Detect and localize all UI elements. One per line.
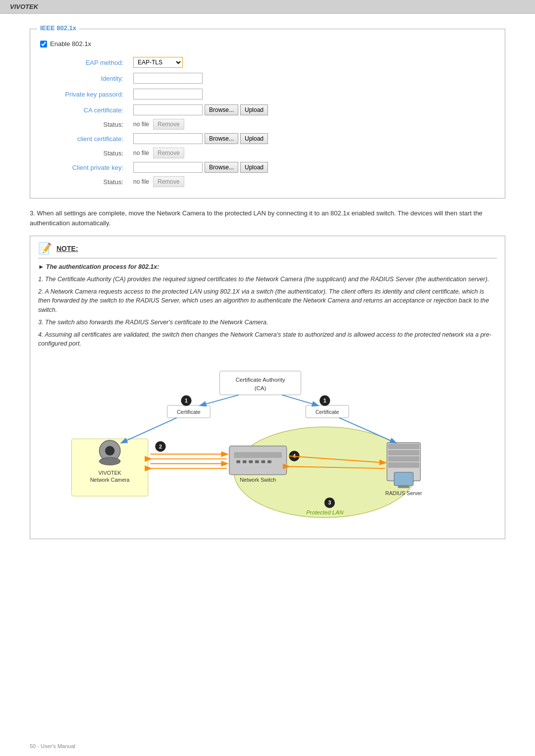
client-pk-status-value: no file bbox=[133, 178, 149, 185]
client-pk-remove-button[interactable]: Remove bbox=[153, 176, 184, 187]
ca-status-value: no file bbox=[133, 121, 149, 128]
client-pk-row: Client private key: Browse... Upload bbox=[50, 159, 505, 175]
client-status-row: Status: no file Remove bbox=[50, 147, 505, 159]
svg-text:2: 2 bbox=[159, 444, 162, 450]
svg-rect-18 bbox=[388, 444, 419, 449]
form-table: EAP method: EAP-TLS Identity: bbox=[50, 54, 505, 188]
svg-text:3: 3 bbox=[328, 500, 331, 505]
ca-upload-button[interactable]: Upload bbox=[240, 104, 268, 115]
private-key-cell bbox=[129, 86, 505, 102]
ieee-box: IEEE 802.1x Enable 802.1x EAP method: EA… bbox=[30, 29, 505, 199]
diagram-container: Protected LAN VIVOTEK Network Camera bbox=[38, 354, 497, 533]
client-pk-status-row: Status: no file Remove bbox=[50, 175, 505, 188]
client-upload-button[interactable]: Upload bbox=[240, 133, 268, 144]
ieee-title: IEEE 802.1x bbox=[37, 24, 79, 32]
auth-process-label: ► The authentication process for 802.1x: bbox=[38, 262, 497, 272]
svg-point-4 bbox=[99, 457, 120, 465]
identity-input[interactable] bbox=[133, 73, 203, 84]
identity-cell bbox=[129, 70, 505, 86]
enable-row: Enable 802.1x bbox=[40, 40, 495, 48]
svg-text:Network Camera: Network Camera bbox=[90, 477, 130, 483]
ca-cert-input[interactable] bbox=[133, 104, 203, 115]
client-pk-label: Client private key: bbox=[50, 159, 129, 175]
svg-rect-13 bbox=[255, 460, 259, 463]
client-remove-button[interactable]: Remove bbox=[153, 148, 184, 158]
note-header: 📝 NOTE: bbox=[38, 242, 497, 258]
page-footer: 50 - User's Manual bbox=[30, 743, 75, 749]
enable-label: Enable 802.1x bbox=[50, 40, 91, 48]
svg-text:Network Switch: Network Switch bbox=[240, 477, 276, 483]
svg-rect-21 bbox=[388, 463, 419, 468]
client-pk-group: Browse... Upload bbox=[133, 162, 501, 173]
client-pk-status-label: Status: bbox=[50, 175, 129, 188]
note-item-3: 3. The switch also forwards the RADIUS S… bbox=[38, 318, 497, 327]
identity-label: Identity: bbox=[50, 70, 129, 86]
svg-text:RADIUS Server: RADIUS Server bbox=[385, 490, 423, 496]
ca-cert-row: CA certificate: Browse... Upload bbox=[50, 102, 505, 118]
private-key-label: Private key passord: bbox=[50, 86, 129, 102]
note-item-4: 4. Assuming all certificates are validat… bbox=[38, 330, 497, 349]
svg-rect-11 bbox=[243, 460, 247, 463]
eap-row: EAP method: EAP-TLS bbox=[50, 54, 505, 70]
ca-status-row: Status: no file Remove bbox=[50, 118, 505, 131]
svg-rect-15 bbox=[268, 460, 271, 463]
svg-line-42 bbox=[201, 395, 239, 405]
svg-text:VIVOTEK: VIVOTEK bbox=[99, 470, 121, 476]
ca-cert-label: CA certificate: bbox=[50, 102, 129, 118]
ca-remove-button[interactable]: Remove bbox=[153, 119, 184, 130]
eap-select[interactable]: EAP-TLS bbox=[133, 57, 183, 68]
svg-rect-12 bbox=[249, 460, 253, 463]
svg-line-43 bbox=[282, 395, 318, 405]
step3-text: 3. When all settings are complete, move … bbox=[30, 208, 505, 228]
svg-text:Protected LAN: Protected LAN bbox=[306, 509, 344, 515]
svg-rect-25 bbox=[220, 371, 301, 395]
client-status-value: no file bbox=[133, 150, 149, 156]
private-key-row: Private key passord: bbox=[50, 86, 505, 102]
ca-status-cell: no file Remove bbox=[129, 118, 505, 131]
eap-label: EAP method: bbox=[50, 54, 129, 70]
eap-cell: EAP-TLS bbox=[129, 54, 505, 70]
client-cert-cell: Browse... Upload bbox=[129, 131, 505, 147]
svg-text:1: 1 bbox=[185, 398, 188, 403]
svg-text:1: 1 bbox=[323, 398, 326, 403]
client-status-cell: no file Remove bbox=[129, 147, 505, 159]
svg-text:(CA): (CA) bbox=[255, 385, 267, 391]
svg-text:Certificate Authority: Certificate Authority bbox=[235, 377, 285, 383]
client-cert-row: client certificate: Browse... Upload bbox=[50, 131, 505, 147]
ca-status-label: Status: bbox=[50, 118, 129, 131]
note-item-1: 1. The Certificate Authority (CA) provid… bbox=[38, 275, 497, 284]
note-icon: 📝 bbox=[38, 242, 52, 255]
diagram-svg: Protected LAN VIVOTEK Network Camera bbox=[38, 354, 497, 533]
brand-label: VIVOTEK bbox=[10, 3, 38, 10]
svg-rect-22 bbox=[394, 472, 414, 486]
note-title: NOTE: bbox=[56, 245, 78, 252]
note-item-2: 2. A Network Camera requests access to t… bbox=[38, 287, 497, 315]
svg-rect-14 bbox=[261, 460, 265, 463]
svg-text:Certificate: Certificate bbox=[316, 409, 339, 415]
ca-browse-button[interactable]: Browse... bbox=[205, 104, 238, 115]
svg-rect-19 bbox=[388, 451, 419, 455]
svg-rect-20 bbox=[388, 456, 419, 461]
footer-text: 50 - User's Manual bbox=[30, 743, 75, 749]
private-key-input[interactable] bbox=[133, 89, 203, 100]
client-cert-input[interactable] bbox=[133, 133, 203, 144]
ca-cert-cell: Browse... Upload bbox=[129, 102, 505, 118]
client-pk-cell: Browse... Upload bbox=[129, 159, 505, 175]
top-bar: VIVOTEK bbox=[0, 0, 535, 14]
note-box: 📝 NOTE: ► The authentication process for… bbox=[30, 236, 505, 539]
client-pk-browse-button[interactable]: Browse... bbox=[205, 162, 238, 173]
client-browse-button[interactable]: Browse... bbox=[205, 133, 238, 144]
svg-rect-9 bbox=[234, 452, 281, 458]
ca-cert-group: Browse... Upload bbox=[133, 104, 501, 115]
client-pk-upload-button[interactable]: Upload bbox=[240, 162, 268, 173]
client-cert-group: Browse... Upload bbox=[133, 133, 501, 144]
client-status-label: Status: bbox=[50, 147, 129, 159]
svg-point-5 bbox=[105, 446, 114, 455]
svg-line-44 bbox=[122, 418, 177, 443]
svg-rect-10 bbox=[236, 460, 240, 463]
note-content: ► The authentication process for 802.1x:… bbox=[38, 262, 497, 533]
client-pk-input[interactable] bbox=[133, 162, 203, 173]
enable-checkbox[interactable] bbox=[40, 41, 47, 48]
svg-rect-23 bbox=[398, 486, 409, 488]
client-pk-status-cell: no file Remove bbox=[129, 175, 505, 188]
